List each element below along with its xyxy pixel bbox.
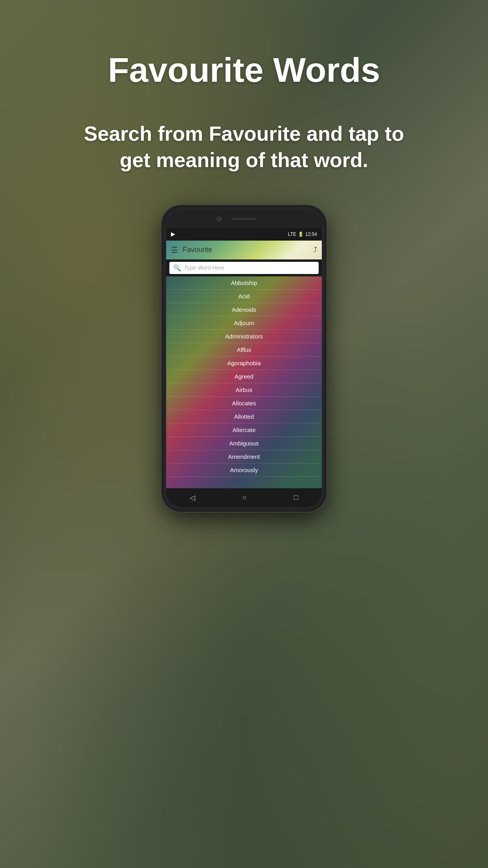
list-item[interactable]: Amorously <box>166 463 322 477</box>
phone-top-bar <box>166 210 322 228</box>
status-bar: ▶ LTE 🔋 12:54 <box>166 228 322 241</box>
camera-icon <box>216 216 222 222</box>
search-icon: 🔍 <box>173 264 181 272</box>
signal-indicator: LTE <box>288 232 296 237</box>
app-bar-title: Favourite <box>183 246 314 254</box>
hamburger-menu-icon[interactable]: ☰ <box>171 245 178 255</box>
share-icon[interactable]: ⤴ <box>314 246 317 254</box>
app-bar-content: ☰ Favourite ⤴ <box>171 245 317 255</box>
list-item[interactable]: Afflux <box>166 343 322 357</box>
status-play-icon: ▶ <box>171 231 175 237</box>
search-bar[interactable]: 🔍 Type Word Here <box>169 262 319 274</box>
phone-outer-shell: ▶ LTE 🔋 12:54 ☰ Favourite ⤴ <box>161 205 327 512</box>
list-item[interactable]: Altercate <box>166 423 322 437</box>
page-title: Favourite Words <box>108 51 380 89</box>
app-bar: ☰ Favourite ⤴ <box>166 241 322 259</box>
list-item[interactable]: Adjourn <box>166 316 322 330</box>
list-item[interactable]: Ambiguous <box>166 437 322 450</box>
home-button[interactable]: ○ <box>242 493 247 502</box>
list-item[interactable]: Airbus <box>166 383 322 397</box>
list-item[interactable]: Abbotship <box>166 276 322 290</box>
battery-icon: 🔋 <box>298 232 304 237</box>
list-item[interactable]: Adenoids <box>166 303 322 316</box>
back-button[interactable]: ◁ <box>190 493 195 502</box>
list-item[interactable]: Allocates <box>166 397 322 410</box>
status-right-group: LTE 🔋 12:54 <box>288 232 317 237</box>
list-item[interactable]: Acid <box>166 290 322 303</box>
recents-button[interactable]: □ <box>294 493 298 502</box>
word-list: Abbotship Acid Adenoids Adjourn Administ… <box>166 276 322 488</box>
phone-mockup: ▶ LTE 🔋 12:54 ☰ Favourite ⤴ <box>161 205 327 512</box>
page-subtitle: Search from Favourite and tap to get mea… <box>48 121 440 174</box>
list-item[interactable]: Agoraphobia <box>166 357 322 370</box>
bottom-navigation: ◁ ○ □ <box>166 488 322 507</box>
phone-screen: ▶ LTE 🔋 12:54 ☰ Favourite ⤴ <box>166 210 322 507</box>
list-item[interactable]: Agreed <box>166 370 322 383</box>
search-input[interactable]: Type Word Here <box>184 265 315 271</box>
main-content: Favourite Words Search from Favourite an… <box>0 0 488 868</box>
list-item[interactable]: Allotted <box>166 410 322 423</box>
list-item[interactable]: Administrators <box>166 330 322 343</box>
speaker-grill <box>232 218 256 220</box>
clock: 12:54 <box>305 232 317 237</box>
list-item[interactable]: Amendment <box>166 450 322 463</box>
